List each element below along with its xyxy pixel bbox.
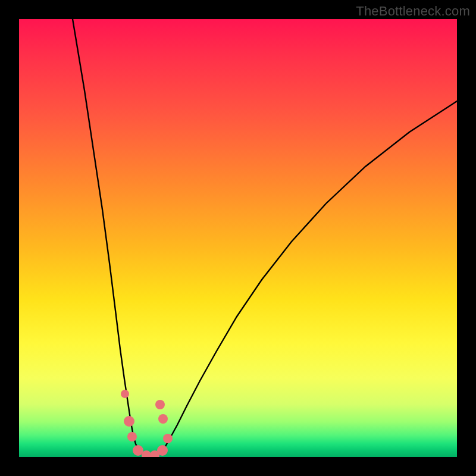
data-marker [163,434,173,443]
data-marker [127,432,137,441]
right-branch-curve [159,101,457,453]
chart-frame: TheBottleneck.com [0,0,476,476]
left-branch-curve [73,19,142,453]
plot-area [19,19,457,457]
data-marker [121,390,129,398]
curve-svg [19,19,457,457]
data-marker [158,414,168,424]
data-marker [155,400,165,409]
watermark-text: TheBottleneck.com [356,4,470,19]
data-markers [121,390,173,457]
data-marker [157,445,168,456]
data-marker [124,416,134,427]
